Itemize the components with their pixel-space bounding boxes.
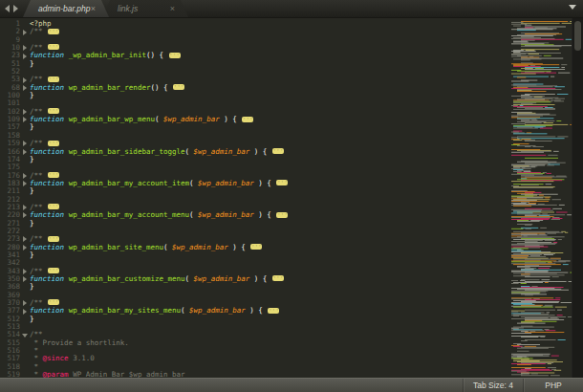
fold-toggle[interactable] xyxy=(20,211,30,219)
fold-ellipsis-box[interactable] xyxy=(48,204,59,209)
code-text[interactable]: function _wp_admin_bar_init() { xyxy=(30,52,508,59)
code-text[interactable]: } xyxy=(30,156,508,163)
code-text[interactable]: } xyxy=(30,92,508,99)
tab-scroll-right-icon[interactable] xyxy=(13,5,18,12)
minimap-canvas[interactable] xyxy=(508,20,572,378)
fold-toggle[interactable] xyxy=(20,68,30,76)
code-text[interactable] xyxy=(30,132,508,140)
fold-toggle[interactable] xyxy=(20,275,30,283)
fold-ellipsis-box[interactable] xyxy=(250,244,262,250)
fold-toggle[interactable] xyxy=(20,331,30,338)
fold-toggle[interactable] xyxy=(20,92,30,99)
code-text[interactable]: <?php xyxy=(30,20,508,28)
fold-toggle[interactable] xyxy=(20,228,30,235)
fold-toggle[interactable] xyxy=(20,292,30,299)
fold-toggle[interactable] xyxy=(20,347,30,355)
fold-toggle[interactable] xyxy=(20,140,30,147)
tab-link-js[interactable]: link.js × xyxy=(102,0,188,17)
fold-ellipsis-box[interactable] xyxy=(276,180,288,185)
fold-ellipsis-box[interactable] xyxy=(276,212,288,218)
status-item[interactable]: Tab Size: 4 xyxy=(463,379,523,392)
fold-toggle[interactable] xyxy=(20,251,30,259)
code-text[interactable]: function wp_admin_bar_my_account_menu( $… xyxy=(30,211,508,219)
fold-ellipsis-box[interactable] xyxy=(242,117,253,122)
fold-toggle[interactable] xyxy=(20,323,30,331)
fold-ellipsis-box[interactable] xyxy=(268,308,279,314)
code-text[interactable]: } xyxy=(30,316,508,323)
code-text[interactable]: function wp_admin_bar_sidebar_toggle( $w… xyxy=(30,148,508,156)
code-text[interactable]: function wp_admin_bar_wp_menu( $wp_admin… xyxy=(30,116,508,123)
fold-toggle[interactable] xyxy=(20,172,30,180)
fold-toggle[interactable] xyxy=(20,108,30,116)
fold-toggle[interactable] xyxy=(20,180,30,187)
code-text[interactable]: } xyxy=(30,187,508,195)
fold-toggle[interactable] xyxy=(20,339,30,347)
tab-admin-bar-php[interactable]: admin-bar.php × xyxy=(23,0,109,17)
fold-ellipsis-box[interactable] xyxy=(48,299,59,305)
code-text[interactable]: } xyxy=(30,251,508,259)
fold-ellipsis-box[interactable] xyxy=(48,108,59,114)
code-text[interactable] xyxy=(30,36,508,44)
fold-toggle[interactable] xyxy=(20,52,30,59)
fold-toggle[interactable] xyxy=(20,283,30,291)
code-text[interactable]: * @since 3.1.0 xyxy=(30,355,508,362)
fold-toggle[interactable] xyxy=(20,76,30,83)
fold-toggle[interactable] xyxy=(20,132,30,140)
fold-toggle[interactable] xyxy=(20,371,30,378)
fold-toggle[interactable] xyxy=(20,235,30,243)
vertical-scrollbar[interactable] xyxy=(572,18,583,378)
fold-ellipsis-box[interactable] xyxy=(272,148,284,154)
tab-scroll-left-icon[interactable] xyxy=(5,5,10,12)
fold-ellipsis-box[interactable] xyxy=(272,275,284,281)
fold-ellipsis-box[interactable] xyxy=(169,53,181,58)
fold-ellipsis-box[interactable] xyxy=(48,236,59,242)
code-text[interactable]: } xyxy=(30,60,508,68)
fold-toggle[interactable] xyxy=(20,84,30,92)
code-text[interactable]: * @param WP_Admin_Bar $wp_admin_bar xyxy=(30,371,508,378)
code-text[interactable]: function wp_admin_bar_my_sites_menu( $wp… xyxy=(30,307,508,315)
code-text[interactable] xyxy=(30,196,508,204)
fold-toggle[interactable] xyxy=(20,99,30,107)
fold-toggle[interactable] xyxy=(20,220,30,228)
fold-ellipsis-box[interactable] xyxy=(48,172,59,178)
fold-toggle[interactable] xyxy=(20,316,30,323)
fold-toggle[interactable] xyxy=(20,28,30,35)
fold-toggle[interactable] xyxy=(20,307,30,315)
code-text[interactable]: function wp_admin_bar_my_account_item( $… xyxy=(30,180,508,187)
code-text[interactable]: } xyxy=(30,123,508,131)
fold-toggle[interactable] xyxy=(20,187,30,195)
fold-ellipsis-box[interactable] xyxy=(48,76,59,82)
code-text[interactable] xyxy=(30,292,508,299)
tab-close-icon[interactable]: × xyxy=(170,5,175,13)
code-text[interactable] xyxy=(30,228,508,235)
code-text[interactable]: function wp_admin_bar_customize_menu( $w… xyxy=(30,275,508,283)
code-text[interactable] xyxy=(30,163,508,171)
fold-toggle[interactable] xyxy=(20,116,30,123)
fold-toggle[interactable] xyxy=(20,60,30,68)
fold-toggle[interactable] xyxy=(20,20,30,28)
tab-close-icon[interactable]: × xyxy=(91,5,96,13)
fold-toggle[interactable] xyxy=(20,36,30,44)
code-editor[interactable]: 1 <?php 2 /** 9 10 /** 23 function _wp_a… xyxy=(0,18,508,378)
minimap[interactable] xyxy=(508,18,572,378)
fold-toggle[interactable] xyxy=(20,163,30,171)
code-text[interactable] xyxy=(30,323,508,331)
fold-ellipsis-box[interactable] xyxy=(48,29,59,34)
fold-toggle[interactable] xyxy=(20,268,30,275)
fold-toggle[interactable] xyxy=(20,196,30,204)
code-text[interactable]: function wp_admin_bar_site_menu( $wp_adm… xyxy=(30,244,508,251)
code-text[interactable]: * xyxy=(30,347,508,355)
code-text[interactable]: } xyxy=(30,220,508,228)
fold-ellipsis-box[interactable] xyxy=(48,44,59,50)
fold-toggle[interactable] xyxy=(20,148,30,156)
fold-toggle[interactable] xyxy=(20,259,30,267)
tab-overflow-icon[interactable] xyxy=(569,5,576,10)
fold-ellipsis-box[interactable] xyxy=(48,268,59,273)
fold-toggle[interactable] xyxy=(20,123,30,131)
fold-toggle[interactable] xyxy=(20,299,30,307)
status-item[interactable]: PHP xyxy=(523,379,583,392)
code-text[interactable]: function wp_admin_bar_render() { xyxy=(30,84,508,92)
code-text[interactable] xyxy=(30,68,508,76)
fold-toggle[interactable] xyxy=(20,355,30,362)
fold-toggle[interactable] xyxy=(20,156,30,163)
